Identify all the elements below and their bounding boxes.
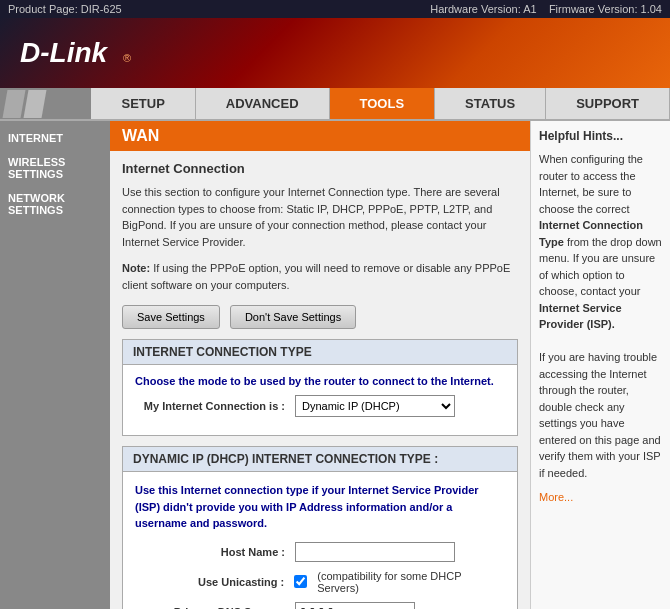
connection-type-row: My Internet Connection is : Dynamic IP (… (135, 395, 505, 417)
host-name-label: Host Name : (135, 546, 295, 558)
primary-dns-row: Primary DNS Server : (135, 602, 505, 610)
navigation: SETUP ADVANCED TOOLS STATUS SUPPORT (0, 88, 670, 121)
connection-type-body: Choose the mode to be used by the router… (123, 365, 517, 435)
connection-type-header: INTERNET CONNECTION TYPE (123, 340, 517, 365)
sidebar-item-wireless[interactable]: WIRELESS SETTINGS (0, 150, 110, 186)
hints-title: Helpful Hints... (539, 129, 662, 143)
wan-header: WAN (110, 121, 530, 151)
hints-body: When configuring the router to access th… (539, 151, 662, 481)
tab-advanced[interactable]: ADVANCED (196, 88, 330, 119)
dhcp-box: DYNAMIC IP (DHCP) INTERNET CONNECTION TY… (122, 446, 518, 609)
version-info: Hardware Version: A1 Firmware Version: 1… (430, 3, 662, 15)
host-name-row: Host Name : (135, 542, 505, 562)
sidebar-item-network[interactable]: NETWORK SETTINGS (0, 186, 110, 222)
content-body: Internet Connection Use this section to … (110, 151, 530, 609)
connection-type-box: INTERNET CONNECTION TYPE Choose the mode… (122, 339, 518, 436)
unicasting-row: Use Unicasting : (compatibility for some… (135, 570, 505, 594)
wan-note: Note: If using the PPPoE option, you wil… (122, 260, 518, 293)
dhcp-note: Use this Internet connection type if you… (135, 482, 505, 532)
primary-dns-label: Primary DNS Server : (135, 606, 295, 610)
dhcp-body: Use this Internet connection type if you… (123, 472, 517, 609)
dont-save-button[interactable]: Don't Save Settings (230, 305, 356, 329)
note-label: Note: (122, 262, 150, 274)
dhcp-header: DYNAMIC IP (DHCP) INTERNET CONNECTION TY… (123, 447, 517, 472)
logo: D-Link ® (20, 37, 131, 69)
top-bar: Product Page: DIR-625 Hardware Version: … (0, 0, 670, 18)
primary-dns-input[interactable] (295, 602, 415, 610)
note-content: If using the PPPoE option, you will need… (122, 262, 510, 291)
tab-tools[interactable]: TOOLS (330, 88, 436, 119)
wan-description: Use this section to configure your Inter… (122, 184, 518, 250)
host-name-input[interactable] (295, 542, 455, 562)
product-page: Product Page: DIR-625 (8, 3, 122, 15)
hints-more-link[interactable]: More... (539, 491, 662, 503)
sidebar: INTERNET WIRELESS SETTINGS NETWORK SETTI… (0, 121, 110, 609)
hints-isp: Internet Service Provider (ISP). (539, 302, 622, 331)
unicasting-note: (compatibility for some DHCP Servers) (317, 570, 505, 594)
hints-connection-type: Internet Connection Type (539, 219, 643, 248)
tab-status[interactable]: STATUS (435, 88, 546, 119)
tab-setup[interactable]: SETUP (91, 88, 195, 119)
connection-type-select[interactable]: Dynamic IP (DHCP) Static IP PPPoE PPTP L… (295, 395, 455, 417)
main-layout: INTERNET WIRELESS SETTINGS NETWORK SETTI… (0, 121, 670, 609)
nav-spacer (0, 88, 91, 119)
sidebar-item-internet[interactable]: INTERNET (0, 126, 110, 150)
internet-connection-title: Internet Connection (122, 161, 518, 176)
settings-buttons: Save Settings Don't Save Settings (122, 305, 518, 329)
connection-instruction: Choose the mode to be used by the router… (135, 375, 505, 387)
unicasting-label: Use Unicasting : (135, 576, 294, 588)
tab-support[interactable]: SUPPORT (546, 88, 670, 119)
save-settings-button[interactable]: Save Settings (122, 305, 220, 329)
connection-type-label: My Internet Connection is : (135, 400, 295, 412)
hints-panel: Helpful Hints... When configuring the ro… (530, 121, 670, 609)
content-area: WAN Internet Connection Use this section… (110, 121, 530, 609)
header: D-Link ® (0, 18, 670, 88)
unicasting-checkbox[interactable] (294, 575, 307, 588)
